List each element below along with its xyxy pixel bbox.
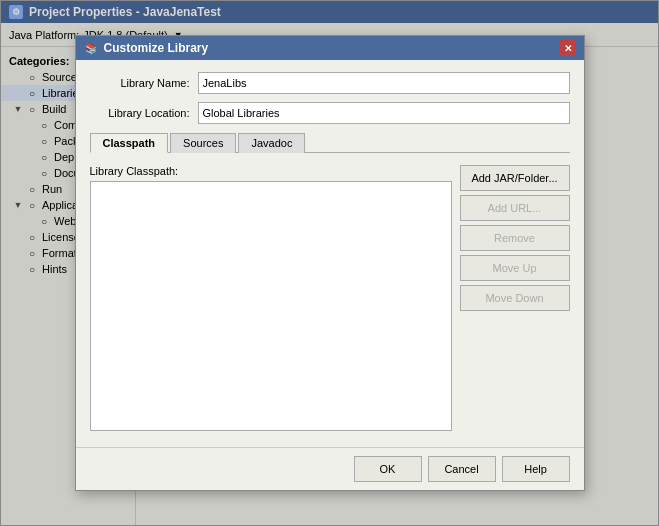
library-name-input[interactable] bbox=[198, 72, 570, 94]
library-location-row: Library Location: Global Libraries bbox=[90, 102, 570, 124]
tab-classpath-label: Classpath bbox=[103, 137, 156, 149]
add-jar-label: Add JAR/Folder... bbox=[471, 172, 557, 184]
tabs-container: Classpath Sources Javadoc bbox=[90, 132, 570, 153]
remove-label: Remove bbox=[494, 232, 535, 244]
dialog-title-left: 📚 Customize Library bbox=[84, 41, 209, 55]
library-location-select[interactable]: Global Libraries bbox=[198, 102, 570, 124]
buttons-column: Add JAR/Folder... Add URL... Remove Move… bbox=[460, 165, 570, 431]
tab-sources[interactable]: Sources bbox=[170, 133, 236, 153]
dialog-title-text: Customize Library bbox=[104, 41, 209, 55]
dialog-close-button[interactable]: ✕ bbox=[560, 40, 576, 56]
customize-library-dialog: 📚 Customize Library ✕ Library Name: Libr… bbox=[75, 35, 585, 491]
add-url-label: Add URL... bbox=[488, 202, 542, 214]
classpath-section: Library Classpath: bbox=[90, 165, 452, 431]
classpath-label: Library Classpath: bbox=[90, 165, 452, 177]
main-window: ⚙ Project Properties - JavaJenaTest Java… bbox=[0, 0, 659, 526]
library-name-label: Library Name: bbox=[90, 77, 190, 89]
ok-label: OK bbox=[380, 463, 396, 475]
cancel-label: Cancel bbox=[444, 463, 478, 475]
tab-javadoc[interactable]: Javadoc bbox=[238, 133, 305, 153]
remove-button[interactable]: Remove bbox=[460, 225, 570, 251]
move-down-label: Move Down bbox=[485, 292, 543, 304]
help-label: Help bbox=[524, 463, 547, 475]
library-name-row: Library Name: bbox=[90, 72, 570, 94]
library-location-value: Global Libraries bbox=[203, 107, 280, 119]
dialog-title-icon: 📚 bbox=[84, 41, 98, 55]
move-up-label: Move Up bbox=[492, 262, 536, 274]
tab-classpath[interactable]: Classpath bbox=[90, 133, 169, 153]
add-jar-button[interactable]: Add JAR/Folder... bbox=[460, 165, 570, 191]
help-button[interactable]: Help bbox=[502, 456, 570, 482]
move-up-button[interactable]: Move Up bbox=[460, 255, 570, 281]
content-area: Library Classpath: Add JAR/Folder... Add… bbox=[90, 161, 570, 435]
classpath-list[interactable] bbox=[90, 181, 452, 431]
tab-sources-label: Sources bbox=[183, 137, 223, 149]
dialog-title-bar: 📚 Customize Library ✕ bbox=[76, 36, 584, 60]
dialog-footer: OK Cancel Help bbox=[76, 447, 584, 490]
library-location-label: Library Location: bbox=[90, 107, 190, 119]
move-down-button[interactable]: Move Down bbox=[460, 285, 570, 311]
add-url-button[interactable]: Add URL... bbox=[460, 195, 570, 221]
dialog-overlay: 📚 Customize Library ✕ Library Name: Libr… bbox=[1, 1, 658, 525]
ok-button[interactable]: OK bbox=[354, 456, 422, 482]
cancel-button[interactable]: Cancel bbox=[428, 456, 496, 482]
dialog-body: Library Name: Library Location: Global L… bbox=[76, 60, 584, 447]
tab-javadoc-label: Javadoc bbox=[251, 137, 292, 149]
